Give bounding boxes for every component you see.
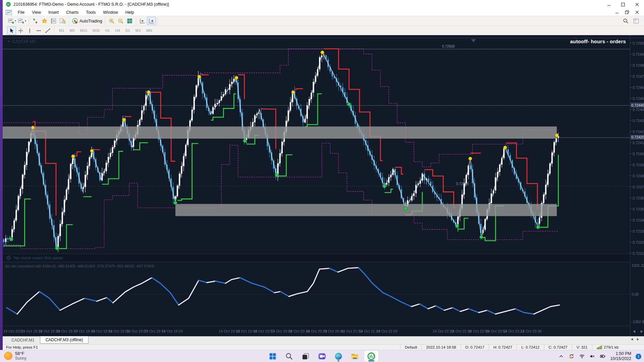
price-tick-label: 0.72445 (633, 108, 644, 112)
timeframe-m30-button[interactable]: M30 (90, 28, 102, 33)
taskbar-start-button[interactable] (266, 351, 280, 362)
timeframe-h4-button[interactable]: H4 (112, 28, 122, 33)
weather-condition: Sunny (15, 356, 26, 361)
tile-windows-icon (126, 18, 133, 24)
taskbar-search-button[interactable] (282, 351, 296, 362)
chart-restore-button[interactable] (623, 9, 631, 15)
menu-view[interactable]: View (28, 10, 45, 15)
taskbar-chat-button[interactable] (315, 351, 329, 362)
mt4-window: 2101636954: FTMO-Demo - Demo Account - F… (3, 0, 644, 9)
tray-icons (558, 353, 606, 359)
price-tick: 0.72465 (630, 85, 644, 89)
market-watch-button[interactable] (31, 17, 40, 25)
tray-battery-button[interactable] (600, 353, 606, 359)
timeframe-m1-button[interactable]: M1 (56, 28, 67, 33)
horizontal-line-button[interactable] (34, 26, 43, 35)
tab-scroll-left-icon[interactable] (631, 338, 633, 341)
menu-help[interactable]: Help (122, 10, 138, 15)
tick-mark (630, 87, 632, 87)
taskbar-clock[interactable]: 1:50 PM 10/15/2022 (610, 351, 631, 361)
taskbar-task-view-button[interactable] (299, 351, 313, 362)
price-axis[interactable]: 0.725050.724950.724850.724750.724650.724… (630, 35, 644, 336)
data-window-icon (633, 18, 639, 24)
new-chart-button[interactable]: ▾ (7, 17, 17, 25)
price-tick-label: 0.72485 (633, 63, 644, 67)
autotrading-button[interactable]: AutoTrading (71, 17, 103, 25)
timeframe-m5-button[interactable]: M5 (67, 28, 77, 33)
menu-window[interactable]: Window (99, 10, 121, 15)
tick-mark (630, 76, 632, 76)
dropdown-caret-icon[interactable]: ▾ (15, 19, 16, 22)
chart-autoscroll-button[interactable] (138, 17, 147, 25)
taskbar-metatrader-button[interactable] (364, 351, 378, 362)
dropdown-caret-icon[interactable]: ▾ (25, 19, 26, 22)
notification-badge[interactable]: 1 (636, 354, 641, 359)
price-tick-label: 0.72415 (633, 141, 644, 145)
navigator-button[interactable] (40, 17, 49, 25)
strategy-tester-button[interactable] (58, 17, 67, 25)
cursor-button[interactable] (7, 26, 16, 35)
tray-wifi-button[interactable] (579, 353, 585, 359)
timeframe-h1-button[interactable]: H1 (102, 28, 112, 33)
timeframe-d1-button[interactable]: D1 (123, 28, 133, 33)
vertical-line-button[interactable] (25, 26, 34, 35)
edge-icon (334, 352, 343, 361)
tick-mark (630, 198, 632, 198)
main-chart-plot[interactable]: 0.725000.72376 (3, 39, 630, 253)
price-tick: 0.72475 (630, 74, 644, 78)
menu-tools[interactable]: Tools (82, 10, 99, 15)
menu-charts[interactable]: Charts (62, 10, 82, 15)
close-button[interactable] (630, 0, 644, 9)
taskbar-app-icons (266, 351, 378, 362)
minimize-button[interactable] (602, 0, 616, 9)
window-title: 2101636954: FTMO-Demo - Demo Account - F… (13, 2, 169, 7)
tray-sync-button[interactable] (569, 353, 575, 359)
indicator-axis-value: 0.00 (632, 292, 639, 296)
status-help-text: For Help, press F1 (6, 345, 38, 349)
chart-close-button[interactable] (633, 9, 641, 15)
price-tick: 0.72395 (630, 163, 644, 167)
search-button[interactable] (621, 17, 630, 25)
taskbar-file-explorer-button[interactable] (348, 351, 362, 362)
chart-symbol-label[interactable]: ▼ CADCHF,M3 (7, 39, 36, 44)
tile-windows-button[interactable] (125, 17, 134, 25)
tick-mark (630, 65, 632, 65)
timeframe-w1-button[interactable]: W1 (133, 28, 144, 33)
menu-file[interactable]: File (14, 10, 28, 15)
tab-scroll-right-icon[interactable] (637, 338, 639, 341)
taskbar-edge-button[interactable] (331, 351, 345, 362)
maximize-button[interactable] (616, 0, 630, 9)
timeframe-m15-button[interactable]: M15 (77, 28, 90, 33)
chart-shift-button[interactable] (147, 17, 156, 25)
tick-mark (630, 120, 632, 121)
time-axis[interactable]: 14 Oct 202214 Oct 18:2014 Oct 18:2614 Oc… (3, 327, 630, 336)
zoom-out-icon (117, 18, 124, 24)
chart-minimize-button[interactable] (612, 9, 621, 15)
tray-hidden-icons-button[interactable] (558, 353, 564, 359)
menu-insert[interactable]: Insert (45, 10, 62, 15)
tick-mark (630, 209, 632, 209)
tab-cadchf-m1[interactable]: CADCHF,M1 (6, 337, 40, 344)
timeframe-mn-button[interactable]: MN (144, 28, 155, 33)
profiles-button[interactable]: ▾ (17, 17, 27, 25)
tray-volume-muted-button[interactable] (589, 353, 595, 359)
zoom-in-button[interactable] (107, 17, 116, 25)
status-item-3: H: 0.72427 (489, 345, 517, 350)
timeframes-toolbar: M1M5M15M30H1H4D1W1MN (54, 28, 155, 33)
price-tick-label: 0.72335 (633, 229, 644, 233)
tab-cadchf-m3-offline-[interactable]: CADCHF,M3 (offline) (40, 336, 89, 344)
chart-window-icon (5, 10, 12, 15)
trendline-button[interactable] (43, 26, 52, 35)
chart-area[interactable]: 0.725000.72376 ▼ CADCHF,M3 autooff- hour… (3, 35, 644, 336)
tick-mark (630, 131, 632, 132)
crosshair-button[interactable] (16, 26, 25, 35)
chart-autoscroll-icon (139, 18, 146, 24)
weather-widget[interactable]: 58°F Sunny (4, 351, 26, 361)
chart-shift-icon (148, 18, 155, 24)
indicator-subwindow[interactable]: dsl obv smoothed with EMA (4) -486.61405… (3, 262, 630, 326)
zoom-out-button[interactable] (116, 17, 125, 25)
tick-mark (630, 165, 632, 165)
indicator-label: dsl obv smoothed with EMA (4) -486.61405… (5, 264, 154, 268)
data-window-button[interactable] (632, 17, 641, 25)
terminal-button[interactable] (49, 17, 58, 25)
